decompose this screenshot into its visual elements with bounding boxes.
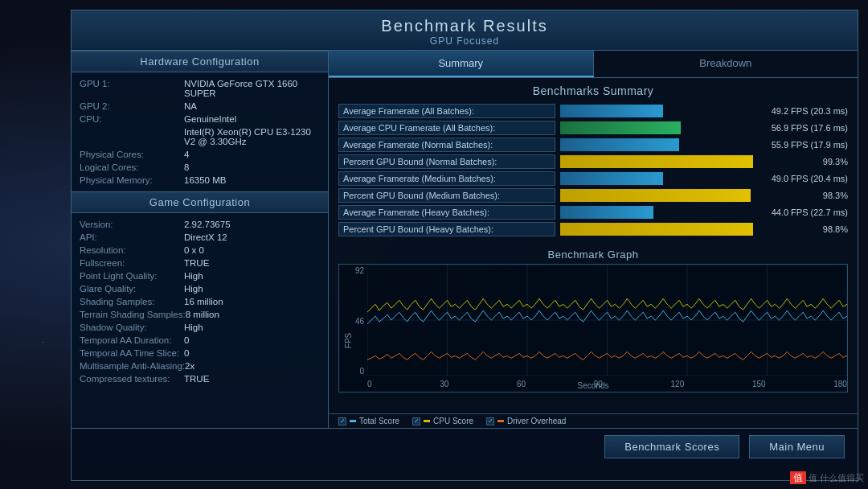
legend-dot-driver bbox=[497, 420, 504, 422]
info-row: Point Light Quality: High bbox=[80, 269, 320, 282]
bench-bar-1 bbox=[560, 105, 663, 117]
bench-value-4: 99.3% bbox=[760, 157, 848, 166]
bench-bar-container-4 bbox=[560, 155, 755, 168]
bench-row-6: Percent GPU Bound (Medium Batches): 98.3… bbox=[338, 188, 848, 203]
right-panel: Summary Breakdown Benchmarks Summary Ave… bbox=[329, 51, 858, 428]
info-row: Resolution: 0 x 0 bbox=[80, 244, 320, 257]
api-value: DirectX 12 bbox=[184, 232, 227, 242]
glare-label: Glare Quality: bbox=[80, 284, 184, 294]
bench-row-8: Percent GPU Bound (Heavy Batches): 98.8% bbox=[338, 222, 848, 236]
x-label-120: 120 bbox=[671, 380, 685, 388]
x-label-180: 180 bbox=[833, 380, 847, 388]
info-row: Multisample Anti-Aliasing: 2x bbox=[80, 360, 320, 372]
benchmark-scores-button[interactable]: Benchmark Scores bbox=[604, 435, 739, 458]
msaa-label: Multisample Anti-Aliasing: bbox=[80, 361, 185, 371]
bench-label-2: Average CPU Framerate (All Batches): bbox=[338, 121, 555, 135]
info-row: CPU: GenuineIntel bbox=[80, 113, 320, 125]
taa-dur-label: Temporal AA Duration: bbox=[80, 335, 184, 345]
taa-ts-value: 0 bbox=[184, 348, 189, 358]
glare-value: High bbox=[184, 284, 203, 294]
bench-value-1: 49.2 FPS (20.3 ms) bbox=[760, 106, 848, 116]
compressed-value: TRUE bbox=[184, 374, 209, 384]
bench-value-2: 56.9 FPS (17.6 ms) bbox=[760, 123, 848, 133]
terrain-label: Terrain Shading Samples: bbox=[80, 310, 186, 319]
main-window: Benchmark Results GPU Focused Hardware C… bbox=[71, 10, 858, 481]
bench-value-6: 98.3% bbox=[760, 191, 848, 200]
bench-bar-container-6 bbox=[560, 189, 755, 202]
info-row: GPU 2: NA bbox=[80, 100, 320, 113]
info-row: Physical Memory: 16350 MB bbox=[80, 174, 320, 187]
bench-row-3: Average Framerate (Normal Batches): 55.9… bbox=[338, 138, 848, 152]
main-menu-button[interactable]: Main Menu bbox=[749, 435, 845, 458]
legend-dot-cpu bbox=[424, 420, 430, 422]
bench-value-8: 98.8% bbox=[760, 224, 848, 234]
game-config-table: Version: 2.92.73675 API: DirectX 12 Reso… bbox=[72, 213, 328, 390]
watermark: 值 值 什么值得买 bbox=[790, 471, 864, 485]
y-label-mid: 46 bbox=[355, 317, 364, 326]
bench-label-8: Percent GPU Bound (Heavy Batches): bbox=[338, 222, 555, 236]
bench-row-7: Average Framerate (Heavy Batches): 44.0 … bbox=[338, 205, 848, 220]
fps-axis-label: FPS bbox=[344, 333, 353, 348]
cpu-label: CPU: bbox=[80, 114, 184, 124]
res-value: 0 x 0 bbox=[184, 245, 204, 255]
tab-summary[interactable]: Summary bbox=[329, 51, 594, 77]
bench-label-4: Percent GPU Bound (Normal Batches): bbox=[338, 154, 555, 169]
bench-label-6: Percent GPU Bound (Medium Batches): bbox=[338, 188, 555, 203]
y-label-min: 0 bbox=[359, 367, 364, 376]
summary-area: Benchmarks Summary Average Framerate (Al… bbox=[329, 78, 858, 245]
title-bar: Benchmark Results GPU Focused bbox=[72, 10, 858, 51]
info-row: Terrain Shading Samples: 8 million bbox=[80, 308, 320, 321]
y-label-max: 92 bbox=[355, 266, 364, 275]
msaa-value: 2x bbox=[185, 361, 194, 371]
bench-bar-2 bbox=[560, 121, 681, 134]
bench-value-3: 55.9 FPS (17.9 ms) bbox=[760, 140, 848, 150]
info-row: Shadow Quality: High bbox=[80, 321, 320, 334]
legend-checkbox-cpu[interactable] bbox=[412, 417, 420, 425]
sub-title: GPU Focused bbox=[72, 35, 858, 47]
tab-breakdown[interactable]: Breakdown bbox=[594, 51, 858, 77]
graph-section: Benchmark Graph 92 46 0 FPS bbox=[329, 245, 858, 413]
bench-label-3: Average Framerate (Normal Batches): bbox=[338, 138, 555, 152]
api-label: API: bbox=[80, 232, 184, 242]
gpu1-value: NVIDIA GeForce GTX 1660 SUPER bbox=[184, 79, 320, 98]
gpu1-label: GPU 1: bbox=[80, 79, 184, 88]
terrain-value: 8 million bbox=[186, 310, 219, 319]
bench-bar-3 bbox=[560, 138, 679, 151]
graph-container: 92 46 0 FPS bbox=[338, 264, 848, 392]
watermark-text: 值 什么值得买 bbox=[809, 473, 864, 483]
watermark-icon: 值 bbox=[790, 471, 806, 484]
left-panel: Hardware Configuration GPU 1: NVIDIA GeF… bbox=[72, 51, 329, 428]
info-row: Temporal AA Time Slice: 0 bbox=[80, 347, 320, 360]
phys-cores-value: 4 bbox=[184, 150, 189, 159]
info-row: Glare Quality: High bbox=[80, 282, 320, 295]
info-row: Compressed textures: TRUE bbox=[80, 372, 320, 385]
info-row: Temporal AA Duration: 0 bbox=[80, 334, 320, 347]
phys-cores-label: Physical Cores: bbox=[80, 150, 184, 159]
info-row: Logical Cores: 8 bbox=[80, 161, 320, 174]
legend-checkbox-total[interactable] bbox=[338, 417, 346, 425]
taa-dur-value: 0 bbox=[184, 335, 189, 345]
legend-item-driver: Driver Overhead bbox=[486, 417, 566, 425]
info-row: Fullscreen: TRUE bbox=[80, 257, 320, 269]
legend-label-cpu: CPU Score bbox=[433, 417, 473, 425]
x-label-0: 0 bbox=[367, 380, 372, 388]
info-row: API: DirectX 12 bbox=[80, 231, 320, 244]
graph-area bbox=[367, 265, 847, 376]
bench-label-1: Average Framerate (All Batches): bbox=[338, 104, 555, 118]
bench-bar-container-5 bbox=[560, 172, 755, 185]
point-light-value: High bbox=[184, 271, 203, 281]
tabs-bar: Summary Breakdown bbox=[329, 51, 858, 78]
gpu2-value: NA bbox=[184, 101, 197, 111]
bench-label-7: Average Framerate (Heavy Batches): bbox=[338, 205, 555, 220]
legend-label-total: Total Score bbox=[359, 417, 399, 425]
x-axis-title: Seconds bbox=[578, 381, 609, 390]
hardware-table: GPU 1: NVIDIA GeForce GTX 1660 SUPER GPU… bbox=[72, 72, 328, 191]
content-area: Hardware Configuration GPU 1: NVIDIA GeF… bbox=[72, 51, 858, 428]
info-row: GPU 1: NVIDIA GeForce GTX 1660 SUPER bbox=[80, 77, 320, 100]
bench-bar-6 bbox=[560, 189, 751, 202]
legend-checkbox-driver[interactable] bbox=[486, 417, 494, 425]
bench-bar-container-7 bbox=[560, 206, 755, 219]
graph-svg bbox=[367, 265, 847, 376]
version-value: 2.92.73675 bbox=[184, 220, 231, 229]
bench-bar-7 bbox=[560, 206, 653, 219]
